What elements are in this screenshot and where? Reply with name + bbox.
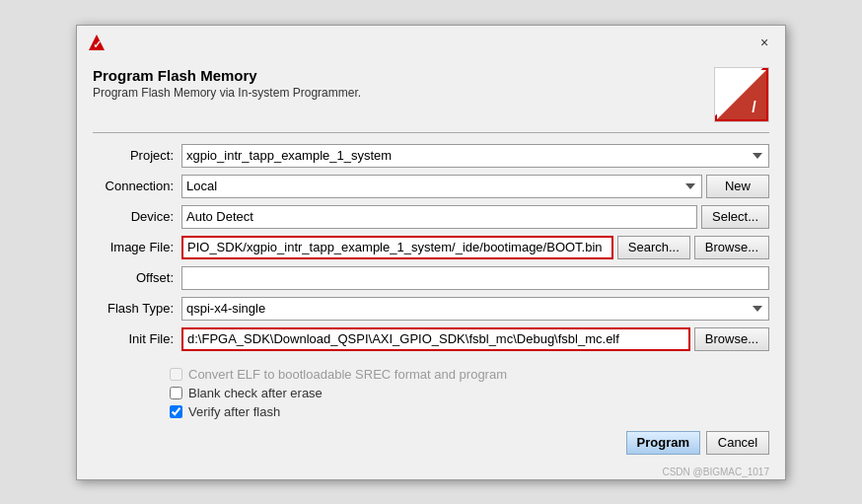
project-label: Project: xyxy=(93,148,181,163)
connection-row: Connection: Local New xyxy=(93,174,769,199)
blank-check-row: Blank check after erase xyxy=(77,386,785,400)
dialog-subtitle: Program Flash Memory via In-system Progr… xyxy=(93,86,361,100)
connection-control: Local New xyxy=(181,175,769,198)
verify-checkbox[interactable] xyxy=(170,405,182,418)
cancel-button[interactable]: Cancel xyxy=(706,431,769,455)
form-area: Project: xgpio_intr_tapp_example_1_syste… xyxy=(77,137,785,367)
dialog-title: Program Flash Memory xyxy=(93,67,361,84)
flash-type-row: Flash Type: qspi-x4-single xyxy=(93,296,769,322)
logo-svg: / xyxy=(717,70,766,119)
project-row: Project: xgpio_intr_tapp_example_1_syste… xyxy=(93,143,769,169)
init-file-control: Browse... xyxy=(181,327,769,351)
init-file-label: Init File: xyxy=(93,331,181,346)
init-file-row: Init File: Browse... xyxy=(93,326,769,352)
offset-control xyxy=(181,266,769,290)
connection-label: Connection: xyxy=(93,179,181,193)
flash-type-control: qspi-x4-single xyxy=(181,297,769,321)
offset-field[interactable] xyxy=(181,266,769,290)
image-file-label: Image File: xyxy=(93,240,181,254)
new-button[interactable]: New xyxy=(706,175,769,198)
search-button[interactable]: Search... xyxy=(617,236,690,259)
device-field[interactable] xyxy=(181,205,697,229)
convert-checkbox[interactable] xyxy=(170,368,182,381)
browse2-button[interactable]: Browse... xyxy=(694,327,769,351)
blank-check-checkbox[interactable] xyxy=(170,387,182,399)
offset-row: Offset: xyxy=(93,265,769,291)
verify-label: Verify after flash xyxy=(188,404,280,419)
device-label: Device: xyxy=(93,209,181,224)
flash-type-select[interactable]: qspi-x4-single xyxy=(181,297,769,321)
offset-label: Offset: xyxy=(93,270,181,285)
close-button[interactable]: × xyxy=(754,32,775,53)
device-control: Select... xyxy=(181,205,769,229)
title-bar: ✓ × xyxy=(77,26,785,59)
project-select[interactable]: xgpio_intr_tapp_example_1_system xyxy=(181,144,769,168)
footer: Program Cancel xyxy=(77,423,785,467)
svg-text:✓: ✓ xyxy=(93,38,102,50)
init-file-field[interactable] xyxy=(181,327,690,351)
verify-row: Verify after flash xyxy=(77,404,785,419)
connection-select[interactable]: Local xyxy=(181,175,702,198)
header-icon: / xyxy=(714,67,769,122)
project-control: xgpio_intr_tapp_example_1_system xyxy=(181,144,769,168)
dialog-header: Program Flash Memory Program Flash Memor… xyxy=(77,59,785,128)
program-flash-dialog: ✓ × Program Flash Memory Program Flash M… xyxy=(76,25,786,480)
image-file-field[interactable] xyxy=(181,236,613,259)
image-file-control: Search... Browse... xyxy=(181,236,769,259)
footer-note: CSDN @BIGMAC_1017 xyxy=(77,467,785,479)
device-row: Device: Select... xyxy=(93,204,769,230)
browse-button[interactable]: Browse... xyxy=(694,236,769,259)
convert-label: Convert ELF to bootloadable SREC format … xyxy=(188,367,507,382)
blank-check-label: Blank check after erase xyxy=(188,386,323,400)
select-button[interactable]: Select... xyxy=(701,205,769,229)
image-file-row: Image File: Search... Browse... xyxy=(93,235,769,260)
program-button[interactable]: Program xyxy=(626,431,700,455)
app-icon: ✓ xyxy=(87,33,107,52)
flash-type-label: Flash Type: xyxy=(93,301,181,316)
title-bar-left: ✓ xyxy=(87,33,107,52)
svg-text:/: / xyxy=(752,97,756,114)
convert-row: Convert ELF to bootloadable SREC format … xyxy=(77,367,785,382)
header-divider xyxy=(93,132,769,133)
header-text: Program Flash Memory Program Flash Memor… xyxy=(93,67,361,100)
